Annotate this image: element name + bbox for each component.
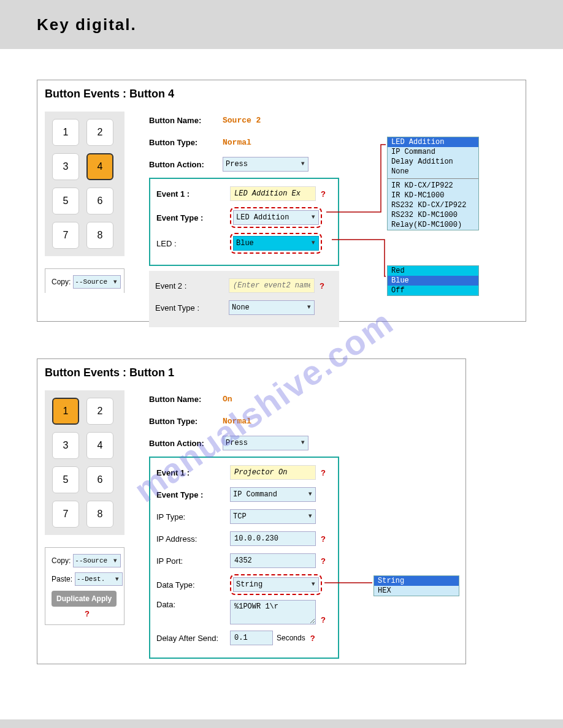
event1-name-input[interactable]: [230, 186, 316, 201]
content-area: manualshive.com Button Events : Button 4…: [0, 49, 563, 719]
grid-btn-7[interactable]: 7: [52, 222, 79, 249]
event2-type-select[interactable]: None: [229, 300, 315, 315]
copy-panel: Copy: --Source: [45, 268, 124, 293]
dropdown-item[interactable]: RS232 KD-CX/IP922: [388, 200, 478, 210]
data-type-select[interactable]: String: [233, 577, 319, 592]
grid-btn-2[interactable]: 2: [86, 119, 113, 146]
left-column: 1 2 3 4 5 6 7 8 Copy: --Source: [45, 112, 137, 293]
help-icon[interactable]: ?: [321, 468, 326, 477]
grid-btn-7[interactable]: 7: [52, 501, 79, 528]
dropdown-item[interactable]: Blue: [388, 276, 478, 286]
form-area: Button Name: On Button Type: Normal Butt…: [149, 390, 339, 659]
footer-bar: [0, 719, 563, 728]
help-icon[interactable]: ?: [310, 634, 315, 643]
dropdown-item[interactable]: IP Command: [388, 147, 478, 157]
ip-type-select[interactable]: TCP: [230, 509, 316, 524]
button-action-label: Button Action:: [149, 160, 223, 169]
ip-address-input[interactable]: [230, 531, 316, 546]
delay-label: Delay After Send:: [156, 634, 230, 643]
grid-btn-5[interactable]: 5: [52, 188, 79, 214]
button-name-label: Button Name:: [149, 395, 223, 404]
data-type-dropdown[interactable]: String HEX: [373, 575, 459, 596]
panel-title: Button Events : Button 1: [45, 366, 458, 379]
dropdown-item[interactable]: RS232 KD-MC1000: [388, 210, 478, 220]
grid-btn-3[interactable]: 3: [52, 153, 79, 180]
copy-source-select[interactable]: --Source: [73, 554, 121, 567]
grid-btn-6[interactable]: 6: [86, 188, 113, 214]
grid-btn-4[interactable]: 4: [86, 153, 113, 180]
data-textarea[interactable]: %1POWR 1\r: [230, 600, 316, 624]
logo: Key digital.: [37, 15, 137, 34]
dashed-highlight: LED Addition: [230, 207, 322, 228]
dropdown-item[interactable]: IR KD-MC1000: [388, 191, 478, 200]
event1-label: Event 1 :: [156, 189, 230, 199]
panel-button1: Button Events : Button 1 1 2 3 4 5 6 7 8…: [37, 358, 466, 664]
dropdown-item[interactable]: Red: [388, 266, 478, 276]
dropdown-item[interactable]: Off: [388, 286, 478, 295]
grid-btn-5[interactable]: 5: [52, 466, 79, 493]
event1-type-select[interactable]: IP Command: [230, 487, 316, 502]
led-select[interactable]: Blue: [233, 236, 319, 251]
dropdown-item[interactable]: None: [388, 167, 478, 176]
led-label: LED :: [156, 239, 230, 248]
panel-body: 1 2 3 4 5 6 7 8 Copy: --Source Paste:: [45, 390, 458, 659]
form-area: Button Name: Source 2 Button Type: Norma…: [149, 112, 339, 327]
event1-box: Event 1 : ? Event Type : IP Command IP T…: [149, 457, 339, 659]
dropdown-item[interactable]: HEX: [374, 586, 459, 596]
dropdown-item[interactable]: Relay(KD-MC1000): [388, 220, 478, 230]
copy-source-select[interactable]: --Source: [73, 275, 121, 289]
data-type-label: Data Type:: [156, 580, 230, 590]
event2-name-input[interactable]: [229, 278, 315, 293]
help-icon[interactable]: ?: [320, 281, 324, 290]
grid-btn-8[interactable]: 8: [86, 501, 113, 528]
button-grid: 1 2 3 4 5 6 7 8: [45, 112, 124, 256]
help-icon[interactable]: ?: [85, 609, 90, 618]
grid-btn-4[interactable]: 4: [86, 432, 113, 459]
panel-button4: Button Events : Button 4 1 2 3 4 5 6 7 8…: [37, 80, 526, 322]
copy-label: Copy:: [52, 278, 71, 286]
event1-type-select[interactable]: LED Addition: [233, 210, 319, 225]
panel-title: Button Events : Button 4: [45, 88, 518, 100]
copy-row: Copy: --Source: [52, 275, 118, 289]
event1-name-input[interactable]: [230, 465, 316, 480]
event-type-dropdown[interactable]: LED Addition IP Command Delay Addition N…: [387, 137, 479, 230]
copy-paste-panel: Copy: --Source Paste: --Dest. Duplicate …: [45, 547, 124, 625]
dropdown-item[interactable]: String: [374, 576, 459, 586]
event1-type-label: Event Type :: [156, 213, 230, 222]
event2-box: Event 2 : ? Event Type : None: [149, 271, 339, 327]
grid-btn-2[interactable]: 2: [86, 398, 113, 425]
button-name-value: Source 2: [223, 116, 261, 125]
button-type-value: Normal: [223, 138, 251, 147]
grid-btn-6[interactable]: 6: [86, 466, 113, 493]
help-icon[interactable]: ?: [321, 615, 326, 624]
dropdown-item[interactable]: Delay Addition: [388, 157, 478, 167]
grid-btn-1[interactable]: 1: [52, 119, 79, 146]
ip-address-label: IP Address:: [156, 534, 230, 544]
grid-btn-3[interactable]: 3: [52, 432, 79, 459]
paste-dest-select[interactable]: --Dest.: [75, 572, 123, 586]
button-action-select[interactable]: Press: [223, 436, 308, 450]
button-action-select[interactable]: Press: [223, 157, 308, 172]
grid-btn-1[interactable]: 1: [52, 398, 79, 425]
ip-port-input[interactable]: [230, 553, 316, 568]
led-dropdown[interactable]: Red Blue Off: [387, 265, 479, 296]
delay-input[interactable]: [230, 631, 273, 645]
help-icon[interactable]: ?: [321, 534, 326, 544]
event1-box: Event 1 : ? Event Type : LED Addition LE…: [149, 178, 339, 266]
help-icon[interactable]: ?: [321, 556, 326, 566]
dashed-highlight-datatype: String: [230, 574, 322, 595]
help-icon[interactable]: ?: [321, 189, 326, 199]
dropdown-item[interactable]: IR KD-CX/IP922: [388, 181, 478, 191]
duplicate-apply-button[interactable]: Duplicate Apply: [52, 591, 117, 607]
button-grid: 1 2 3 4 5 6 7 8: [45, 390, 124, 535]
data-label: Data:: [156, 600, 230, 609]
button-action-label: Button Action:: [149, 439, 223, 448]
button-type-label: Button Type:: [149, 138, 223, 147]
left-column: 1 2 3 4 5 6 7 8 Copy: --Source Paste:: [45, 390, 137, 625]
copy-label: Copy:: [52, 556, 71, 565]
dashed-highlight-led: Blue: [230, 233, 322, 254]
ip-port-label: IP Port:: [156, 556, 230, 566]
dropdown-item[interactable]: LED Addition: [388, 137, 478, 147]
button-name-label: Button Name:: [149, 116, 223, 125]
grid-btn-8[interactable]: 8: [86, 222, 113, 249]
